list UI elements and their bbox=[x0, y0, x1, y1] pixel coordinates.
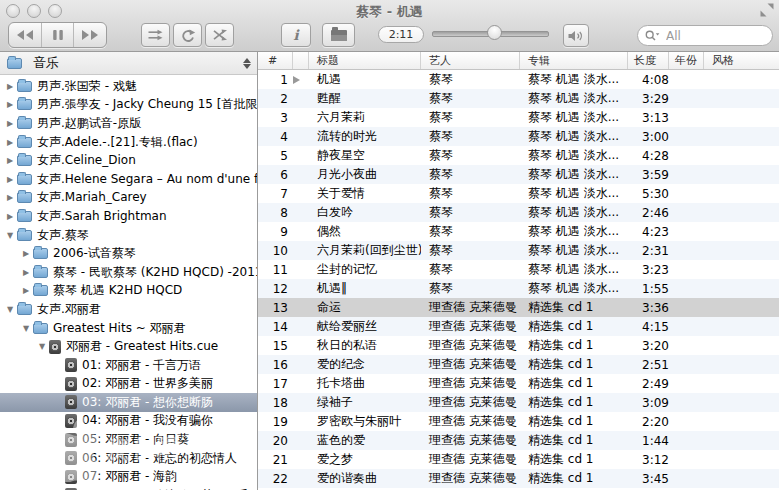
track-row[interactable]: 10 六月茉莉(回到尘世) 蔡琴 蔡琴 机遇 淡水... 2:31 bbox=[258, 241, 779, 260]
track-row[interactable]: 5 静夜星空 蔡琴 蔡琴 机遇 淡水... 4:28 bbox=[258, 146, 779, 165]
tree-item[interactable]: ▶ 蔡琴 - 民歌蔡琴 (K2HD HQCD) -2011 bbox=[0, 263, 257, 282]
tree-item-icon bbox=[17, 192, 32, 203]
column-header-length[interactable]: 长度 bbox=[628, 52, 669, 69]
tree-item[interactable]: ▶ 蔡琴 机遇 K2HD HQCD bbox=[0, 282, 257, 301]
next-track-button[interactable] bbox=[74, 23, 106, 47]
track-row[interactable]: 18 绿袖子 理查德 克莱德曼 精选集 cd 1 3:09 bbox=[258, 393, 779, 412]
tree-item[interactable]: 08: 邓丽君 - 路边的野花不要采 bbox=[0, 486, 257, 490]
disclosure-triangle-icon[interactable]: ▶ bbox=[20, 249, 32, 258]
tree-item[interactable]: ▼ Greatest Hits ~ 邓丽君 bbox=[0, 319, 257, 338]
disclosure-triangle-icon[interactable]: ▼ bbox=[4, 231, 16, 240]
tree-item[interactable]: ▼ 女声.邓丽君 bbox=[0, 300, 257, 319]
track-title: 秋日的私语 bbox=[309, 337, 421, 354]
tree-item[interactable]: ▶ 女声.Helene Segara – Au nom d'une fem... bbox=[0, 170, 257, 189]
track-row[interactable]: 21 爱之梦 理查德 克莱德曼 精选集 cd 1 3:12 bbox=[258, 450, 779, 469]
progress-slider[interactable] bbox=[432, 25, 549, 41]
sidebar-sort-stepper[interactable] bbox=[243, 58, 251, 69]
track-row[interactable]: 17 托卡塔曲 理查德 克莱德曼 精选集 cd 1 2:49 bbox=[258, 374, 779, 393]
track-row[interactable]: 19 罗密欧与朱丽叶 理查德 克莱德曼 精选集 cd 1 2:20 bbox=[258, 412, 779, 431]
tree-item[interactable]: ▶ 男声.張學友 - Jacky Cheung 15 [首批限量... bbox=[0, 96, 257, 115]
tree-item[interactable]: ▶ 女声.Sarah Brightman bbox=[0, 207, 257, 226]
track-artist: 理查德 克莱德曼 bbox=[421, 470, 520, 487]
tree-item-icon bbox=[17, 99, 32, 110]
track-row[interactable]: 15 秋日的私语 理查德 克莱德曼 精选集 cd 1 3:20 bbox=[258, 336, 779, 355]
column-header-album[interactable]: 专辑 bbox=[520, 52, 628, 69]
disclosure-triangle-icon[interactable]: ▶ bbox=[4, 212, 16, 221]
tree-item[interactable]: ▼ 邓丽君 - Greatest Hits.cue bbox=[0, 337, 257, 356]
tree-item-icon bbox=[65, 377, 77, 391]
tree-item[interactable]: 02: 邓丽君 - 世界多美丽 bbox=[0, 375, 257, 394]
column-header-artist[interactable]: 艺人 bbox=[421, 52, 520, 69]
search-input[interactable] bbox=[664, 28, 766, 44]
disclosure-triangle-icon[interactable]: ▶ bbox=[20, 286, 32, 295]
tree-item[interactable]: ▶ 女声.Celine_Dion bbox=[0, 151, 257, 170]
disclosure-triangle-icon[interactable]: ▼ bbox=[36, 342, 48, 351]
disclosure-triangle-icon[interactable]: ▼ bbox=[20, 324, 32, 333]
track-row[interactable]: 11 尘封的记忆 蔡琴 蔡琴 机遇 淡水... 3:23 bbox=[258, 260, 779, 279]
disclosure-triangle-icon[interactable]: ▶ bbox=[4, 175, 16, 184]
column-header-genre[interactable]: 风格 bbox=[704, 52, 779, 69]
track-length: 3:00 bbox=[628, 130, 669, 144]
disclosure-triangle-icon[interactable]: ▼ bbox=[4, 305, 16, 314]
disclosure-triangle-icon[interactable]: ▶ bbox=[4, 119, 16, 128]
tree-item[interactable]: 05: 邓丽君 - 向日葵 bbox=[0, 430, 257, 449]
column-header-year[interactable]: 年份 bbox=[669, 52, 704, 69]
tree-item[interactable]: ▼ 女声.蔡琴 bbox=[0, 226, 257, 245]
disclosure-triangle-icon[interactable]: ▶ bbox=[4, 193, 16, 202]
info-button[interactable]: i bbox=[281, 23, 311, 47]
minimize-button[interactable] bbox=[27, 4, 41, 18]
disclosure-triangle-icon[interactable]: ▶ bbox=[4, 138, 16, 147]
disclosure-triangle-icon[interactable]: ▶ bbox=[4, 82, 16, 91]
column-header-playing[interactable] bbox=[293, 52, 309, 69]
track-row[interactable]: 20 蓝色的爱 理查德 克莱德曼 精选集 cd 1 1:44 bbox=[258, 431, 779, 450]
track-row[interactable]: 7 关于爱情 蔡琴 蔡琴 机遇 淡水... 5:30 bbox=[258, 184, 779, 203]
zoom-button[interactable] bbox=[48, 4, 62, 18]
repeat-button[interactable] bbox=[173, 23, 202, 47]
tree-item-label: 女声.邓丽君 bbox=[37, 301, 101, 318]
track-artist: 蔡琴 bbox=[421, 147, 520, 164]
tree-item[interactable]: 03: 邓丽君 - 想你想断肠 bbox=[0, 393, 257, 412]
play-order-button[interactable] bbox=[141, 23, 170, 47]
disclosure-triangle-icon[interactable]: ▶ bbox=[20, 268, 32, 277]
previous-track-button[interactable] bbox=[9, 23, 42, 47]
fullscreen-icon[interactable] bbox=[760, 3, 774, 17]
tree-item[interactable]: ▶ 男声.赵鹏试音-原版 bbox=[0, 114, 257, 133]
show-file-button[interactable] bbox=[322, 23, 355, 47]
track-row[interactable]: 14 献给爱丽丝 理查德 克莱德曼 精选集 cd 1 4:15 bbox=[258, 317, 779, 336]
tree-item[interactable]: 06: 邓丽君 - 难忘的初恋情人 bbox=[0, 449, 257, 468]
progress-thumb[interactable] bbox=[487, 25, 502, 40]
close-button[interactable] bbox=[6, 4, 20, 18]
info-icon: i bbox=[293, 28, 298, 42]
track-row[interactable]: 1 机遇 蔡琴 蔡琴 机遇 淡水... 4:08 bbox=[258, 70, 779, 89]
tree-item[interactable]: ▶ 女声.Mariah_Carey bbox=[0, 189, 257, 208]
volume-button[interactable] bbox=[563, 24, 589, 47]
tree-item[interactable]: 01: 邓丽君 - 千言万语 bbox=[0, 356, 257, 375]
track-row[interactable]: 16 爱的纪念 理查德 克莱德曼 精选集 cd 1 2:51 bbox=[258, 355, 779, 374]
tree-item[interactable]: 04: 邓丽君 - 我没有骗你 bbox=[0, 412, 257, 431]
column-header-title[interactable]: 标题 bbox=[309, 52, 421, 69]
search-field[interactable] bbox=[637, 25, 773, 46]
track-row[interactable]: 4 流转的时光 蔡琴 蔡琴 机遇 淡水... 3:00 bbox=[258, 127, 779, 146]
fast-forward-icon bbox=[80, 29, 100, 41]
track-row[interactable]: 9 偶然 蔡琴 蔡琴 机遇 淡水... 4:23 bbox=[258, 222, 779, 241]
tree-item[interactable]: ▶ 男声.张国荣 - 戏魅 bbox=[0, 77, 257, 96]
track-row[interactable]: 6 月光小夜曲 蔡琴 蔡琴 机遇 淡水... 3:59 bbox=[258, 165, 779, 184]
shuffle-button[interactable] bbox=[205, 23, 234, 47]
track-row[interactable]: 13 命运 理查德 克莱德曼 精选集 cd 1 3:36 bbox=[258, 298, 779, 317]
column-header-number[interactable]: # bbox=[258, 52, 293, 69]
tree-item[interactable]: 07: 邓丽君 - 海韵 bbox=[0, 467, 257, 486]
track-artist: 蔡琴 bbox=[421, 204, 520, 221]
pause-button[interactable] bbox=[42, 23, 75, 47]
track-row[interactable]: 2 甦醒 蔡琴 蔡琴 机遇 淡水... 3:29 bbox=[258, 89, 779, 108]
track-row[interactable]: 22 爱的谐奏曲 理查德 克莱德曼 精选集 cd 1 3:45 bbox=[258, 469, 779, 488]
track-row[interactable]: 8 白发吟 蔡琴 蔡琴 机遇 淡水... 2:46 bbox=[258, 203, 779, 222]
sidebar-header[interactable]: 音乐 bbox=[0, 52, 257, 75]
track-artist: 蔡琴 bbox=[421, 71, 520, 88]
disclosure-triangle-icon[interactable]: ▶ bbox=[4, 156, 16, 165]
disclosure-triangle-icon[interactable]: ▶ bbox=[4, 100, 16, 109]
track-row[interactable]: 12 机遇‖ 蔡琴 蔡琴 机遇 淡水... 1:55 bbox=[258, 279, 779, 298]
track-album: 蔡琴 机遇 淡水... bbox=[520, 147, 628, 164]
track-row[interactable]: 3 六月茉莉 蔡琴 蔡琴 机遇 淡水... 3:13 bbox=[258, 108, 779, 127]
tree-item[interactable]: ▶ 女声.Adele.-.[21].专辑.(flac) bbox=[0, 133, 257, 152]
tree-item[interactable]: ▶ 2006-试音蔡琴 bbox=[0, 244, 257, 263]
